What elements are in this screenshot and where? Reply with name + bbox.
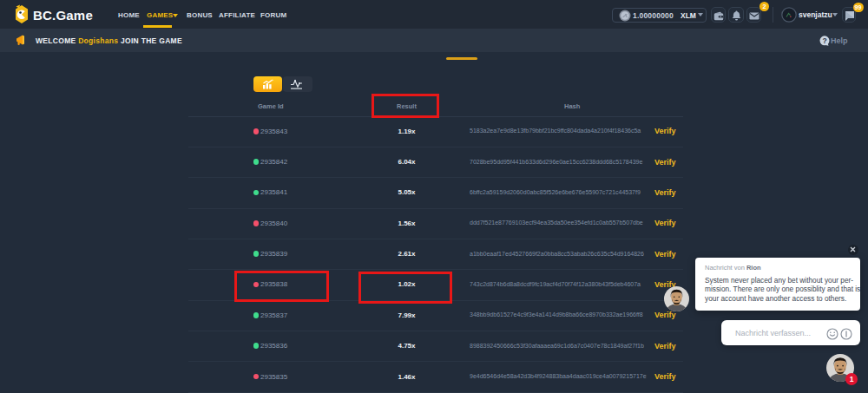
svg-text:?: ? [822,36,826,45]
